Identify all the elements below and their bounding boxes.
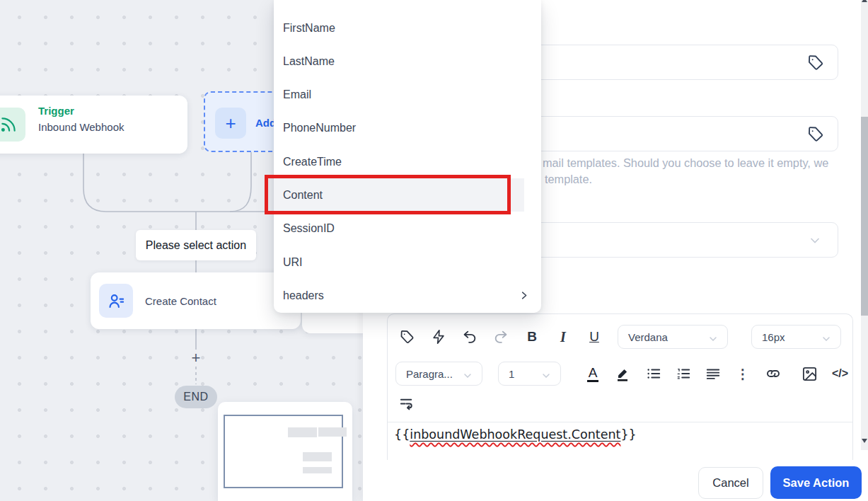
menu-item-lastname[interactable]: LastName — [274, 45, 541, 78]
underline-button[interactable]: U — [586, 326, 602, 347]
scroll-up-arrow[interactable] — [862, 0, 867, 2]
toolbar-divider — [388, 422, 852, 422]
merge-token: inboundWebhookRequest.Content — [410, 427, 620, 442]
link-icon[interactable] — [765, 363, 782, 384]
text-color-label: A — [587, 365, 599, 383]
lightning-bolt-icon[interactable] — [431, 326, 446, 347]
font-family-value: Verdana — [628, 331, 668, 343]
panel-scrollbar[interactable] — [861, 0, 868, 450]
chevron-down-icon — [808, 234, 822, 250]
align-text-icon[interactable] — [705, 363, 721, 384]
editor-toolbar-row3 — [388, 392, 415, 413]
trigger-subtitle: Inbound Webhook — [38, 121, 125, 133]
trigger-node[interactable]: Trigger Inbound Webhook — [0, 96, 187, 154]
chevron-down-icon — [540, 370, 552, 384]
editor-content-area[interactable]: {{inboundWebhookRequest.Content}} — [394, 427, 845, 442]
partial-hidden-card — [302, 313, 366, 333]
contact-person-icon — [99, 284, 133, 318]
trigger-title: Trigger — [38, 105, 74, 117]
code-view-button[interactable]: </> — [832, 363, 848, 384]
menu-item-createtime[interactable]: CreateTime — [274, 145, 541, 178]
font-size-select[interactable]: 16px — [751, 325, 841, 349]
add-action-button[interactable]: + Add — [204, 91, 283, 152]
insert-step-plus-button[interactable]: + — [187, 350, 204, 367]
image-icon[interactable] — [802, 363, 818, 384]
add-action-label: Add — [255, 117, 276, 129]
helper-text-line2: template. — [545, 173, 592, 186]
chevron-down-icon — [821, 333, 832, 347]
chevron-down-icon — [707, 333, 719, 347]
merge-token-prefix: {{ — [394, 427, 410, 442]
merge-tag-icon[interactable] — [806, 54, 825, 72]
plus-icon: + — [215, 108, 246, 139]
bold-button[interactable]: B — [524, 326, 540, 347]
italic-button[interactable]: I — [555, 326, 571, 347]
scrollbar-thumb[interactable] — [861, 117, 868, 316]
font-family-select[interactable]: Verdana — [618, 325, 728, 349]
numbered-list-icon[interactable] — [676, 363, 691, 384]
placeholder-bar — [303, 467, 332, 473]
placeholder-bar — [288, 427, 317, 437]
line-height-select[interactable]: 1 — [498, 362, 561, 386]
menu-item-headers-label: headers — [283, 289, 324, 302]
bullet-list-icon[interactable] — [646, 363, 661, 384]
chevron-right-icon — [519, 290, 529, 304]
placeholder-bar — [303, 452, 332, 461]
end-node: END — [175, 386, 217, 408]
menu-item-phonenumber[interactable]: PhoneNumber — [274, 111, 541, 144]
redo-icon[interactable] — [493, 326, 509, 347]
rich-text-editor: B I U Verdana 16px Parag — [387, 313, 853, 460]
create-contact-node[interactable]: Create Contact — [91, 272, 301, 329]
create-contact-label: Create Contact — [145, 272, 216, 329]
merge-field-dropdown: FirstName LastName Email PhoneNumber Cre… — [274, 0, 541, 313]
merge-tag-icon[interactable] — [399, 326, 415, 347]
editor-toolbar-row1: B I U Verdana 16px — [388, 324, 841, 350]
helper-text-line1: mail templates. Should you choose to lea… — [543, 156, 828, 170]
paragraph-style-value: Paragra... — [406, 368, 453, 380]
undo-icon[interactable] — [462, 326, 478, 347]
menu-item-email[interactable]: Email — [274, 78, 541, 111]
select-action-prompt: Please select action — [136, 230, 256, 260]
merge-token-suffix: }} — [620, 427, 636, 442]
menu-item-headers[interactable]: headers — [274, 279, 541, 312]
scroll-down-arrow[interactable] — [862, 439, 867, 443]
merge-tag-icon[interactable] — [806, 125, 825, 144]
placeholder-bar — [318, 427, 347, 437]
workflow-builder-screen: Trigger Inbound Webhook + Add Please sel… — [0, 0, 868, 501]
menu-item-uri[interactable]: URI — [274, 246, 541, 279]
menu-item-firstname[interactable]: FirstName — [274, 11, 541, 45]
more-options-button[interactable]: ⋮ — [735, 363, 751, 384]
highlight-marker-icon[interactable] — [615, 363, 632, 384]
menu-item-content[interactable]: Content — [274, 178, 524, 212]
cancel-button[interactable]: Cancel — [698, 467, 763, 499]
menu-item-sessionid[interactable]: SessionID — [274, 212, 541, 245]
save-action-button[interactable]: Save Action — [770, 466, 862, 499]
chevron-down-icon — [462, 370, 473, 384]
paragraph-style-select[interactable]: Paragra... — [395, 362, 482, 386]
text-color-button[interactable]: A — [585, 363, 601, 384]
text-wrap-icon[interactable] — [399, 392, 415, 413]
font-size-value: 16px — [762, 331, 785, 343]
webhook-signal-icon — [0, 108, 25, 142]
editor-toolbar-row2: Paragra... 1 A — [388, 360, 848, 387]
line-height-value: 1 — [509, 368, 514, 380]
preview-frame — [224, 415, 343, 488]
canvas-preview-card — [218, 402, 352, 501]
